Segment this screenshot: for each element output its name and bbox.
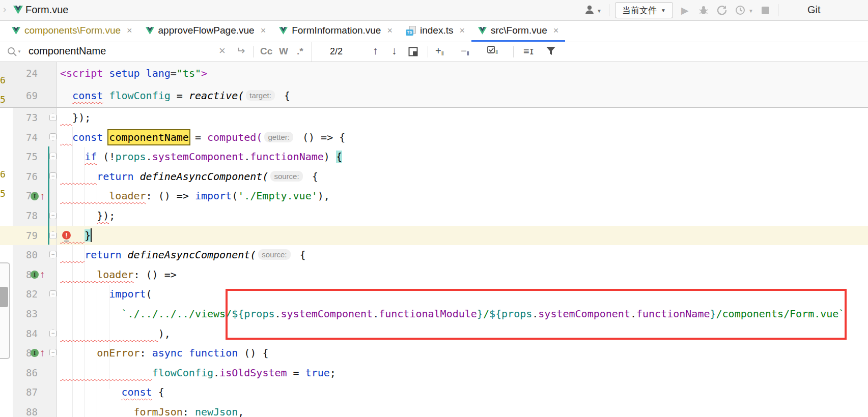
line-number[interactable]: 80 — [14, 245, 38, 265]
code-text[interactable]: if (!props.systemComponent.functionName)… — [57, 147, 342, 167]
code-line-80[interactable]: 80− return defineAsyncComponent(source: … — [0, 245, 868, 265]
editor-tab-2[interactable]: approveFlowPage.vue× — [139, 21, 273, 42]
tab-close-icon[interactable]: × — [261, 25, 266, 36]
line-number[interactable]: 88 — [14, 402, 38, 417]
navigate-up-arrow-icon[interactable]: ↑ — [40, 347, 45, 358]
code-line-78[interactable]: 78− }); — [0, 206, 868, 226]
match-case-toggle[interactable]: Cc — [260, 46, 272, 57]
clear-search-icon[interactable]: × — [219, 44, 226, 57]
fold-marker-icon[interactable]: − — [49, 349, 57, 356]
fold-marker-icon[interactable]: − — [49, 330, 57, 337]
fold-marker-icon[interactable]: − — [49, 113, 57, 121]
fold-marker-icon[interactable]: − — [49, 153, 57, 160]
implementation-gutter-icon[interactable]: I — [31, 192, 39, 200]
previous-occurrence-button[interactable]: ↑ — [373, 45, 378, 57]
vcs-change-marker[interactable] — [48, 146, 49, 245]
user-dropdown-caret-icon[interactable]: ▼ — [597, 8, 602, 14]
code-text[interactable]: const flowConfig = reactive(target: { — [57, 84, 290, 107]
code-text[interactable]: onError: async function () { — [57, 343, 268, 363]
line-number[interactable]: 83 — [14, 304, 38, 324]
search-in-selection-icon[interactable] — [408, 47, 418, 56]
code-text[interactable]: return defineAsyncComponent(source: { — [57, 245, 306, 265]
code-line-75[interactable]: 75− if (!props.systemComponent.functionN… — [0, 147, 868, 167]
code-text[interactable]: }); — [57, 206, 115, 226]
line-number[interactable]: 82 — [14, 284, 38, 304]
line-number[interactable]: 78 — [14, 206, 38, 226]
code-line-24[interactable]: 24<script setup lang="ts"> — [0, 62, 868, 84]
profiler-button[interactable] — [735, 5, 745, 15]
fold-marker-icon[interactable]: − — [49, 290, 57, 298]
code-line-86[interactable]: 86 flowConfig.isOldSystem = true; — [0, 363, 868, 383]
code-text[interactable]: loader: () => — [57, 265, 177, 285]
code-line-87[interactable]: 87 const { — [0, 382, 868, 402]
whole-words-toggle[interactable]: W — [279, 46, 288, 57]
profiler-caret-icon[interactable]: ▼ — [748, 8, 753, 14]
code-line-69[interactable]: 69 const flowConfig = reactive(target: { — [0, 84, 868, 107]
fold-marker-icon[interactable]: − — [49, 212, 57, 219]
code-line-85[interactable]: 85I↑− onError: async function () { — [0, 343, 868, 363]
editor-tab-3[interactable]: FormInformation.vue× — [272, 21, 399, 42]
new-line-icon[interactable]: ↵ — [236, 45, 245, 57]
code-editor[interactable]: 24<script setup lang="ts">69 const flowC… — [0, 62, 868, 417]
editor-tab-1[interactable]: components\Form.vue× — [5, 21, 139, 42]
code-text[interactable]: formJson: newJson, — [57, 402, 244, 417]
clipped-scrollbar[interactable] — [0, 262, 10, 359]
editor-tab-4[interactable]: TSindex.ts× — [399, 21, 471, 42]
code-text[interactable]: <script setup lang="ts"> — [57, 62, 207, 84]
navigate-up-arrow-icon[interactable]: ↑ — [40, 190, 45, 201]
remove-occurrence-button[interactable]: −II — [461, 45, 469, 57]
search-icon[interactable] — [7, 46, 18, 57]
line-number[interactable]: 86 — [14, 363, 38, 383]
line-number[interactable]: 69 — [14, 84, 38, 107]
navigate-up-arrow-icon[interactable]: ↑ — [40, 269, 45, 280]
tab-close-icon[interactable]: × — [387, 25, 393, 36]
regex-toggle[interactable]: .* — [297, 46, 303, 57]
fold-marker-icon[interactable]: − — [49, 133, 57, 141]
code-text[interactable]: ), — [57, 324, 171, 344]
line-number[interactable]: 73 — [14, 108, 38, 128]
code-text[interactable]: }); — [57, 108, 91, 128]
code-line-73[interactable]: 73− }); — [0, 108, 868, 128]
code-line-79[interactable]: 79−! } — [0, 226, 868, 246]
code-text[interactable]: import( — [57, 284, 152, 304]
error-gutter-icon[interactable]: ! — [62, 231, 71, 240]
line-number[interactable]: 84 — [14, 324, 38, 344]
code-line-74[interactable]: 74− const componentName = computed(gette… — [0, 128, 868, 147]
line-number[interactable]: 75 — [14, 147, 38, 167]
search-history-caret-icon[interactable]: ▼ — [17, 49, 21, 54]
fold-marker-icon[interactable]: − — [49, 231, 57, 239]
code-text[interactable]: flowConfig.isOldSystem = true; — [57, 363, 336, 383]
search-input[interactable]: ▼ componentName × ↵ Cc W .* — [0, 42, 312, 62]
implementation-gutter-icon[interactable]: I — [31, 271, 39, 279]
select-all-occurrences-button[interactable]: II — [487, 46, 497, 55]
line-number[interactable]: 79 — [14, 226, 38, 246]
run-with-coverage-button[interactable] — [717, 5, 727, 15]
line-number[interactable]: 74 — [14, 128, 38, 147]
stop-button[interactable] — [762, 7, 769, 14]
add-occurrence-button[interactable]: +II — [435, 45, 443, 57]
line-number[interactable]: 24 — [14, 62, 38, 84]
code-text[interactable]: return defineAsyncComponent(source: { — [57, 167, 318, 187]
tab-close-icon[interactable]: × — [459, 25, 465, 36]
search-query-text[interactable]: componentName — [29, 45, 106, 57]
tab-close-icon[interactable]: × — [127, 25, 132, 36]
fold-marker-icon[interactable]: − — [49, 172, 57, 180]
line-number[interactable]: 76 — [14, 167, 38, 187]
user-account-icon[interactable] — [584, 5, 596, 15]
code-line-77[interactable]: 77I↑ loader: () => import('./Empty.vue')… — [0, 186, 868, 206]
filter-search-results-icon[interactable] — [546, 46, 556, 56]
git-menu-label[interactable]: Git — [807, 4, 821, 16]
clipped-scrollbar-thumb[interactable] — [0, 287, 8, 307]
tab-close-icon[interactable]: × — [553, 25, 559, 36]
editor-tab-5[interactable]: src\Form.vue× — [471, 21, 565, 42]
filter-lines-icon[interactable]: ≡ɪ — [523, 45, 534, 57]
code-text[interactable]: const { — [57, 382, 164, 402]
line-number[interactable]: 87 — [14, 382, 38, 402]
run-configuration-select[interactable]: 当前文件 ▼ — [615, 2, 673, 18]
fold-marker-icon[interactable]: − — [49, 251, 57, 258]
code-text[interactable]: loader: () => import('./Empty.vue'), — [57, 186, 330, 206]
code-line-88[interactable]: 88 formJson: newJson, — [0, 402, 868, 417]
next-occurrence-button[interactable]: ↓ — [391, 45, 397, 57]
debug-button[interactable] — [698, 5, 709, 15]
code-line-81[interactable]: 81I↑ loader: () => — [0, 265, 868, 285]
